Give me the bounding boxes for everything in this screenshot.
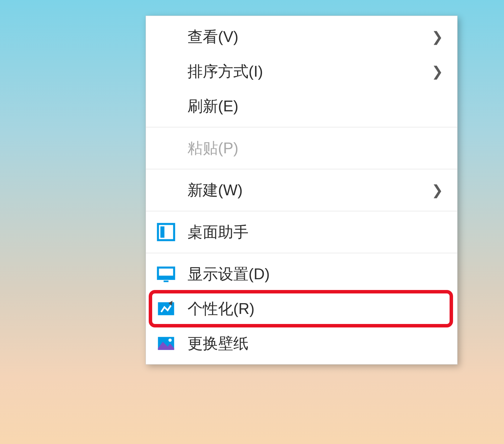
menu-item-desktop-assistant[interactable]: 桌面助手	[146, 215, 457, 249]
menu-label: 粘贴(P)	[188, 138, 443, 159]
menu-label: 桌面助手	[188, 222, 443, 242]
menu-item-view[interactable]: 查看(V) ❯	[146, 19, 457, 54]
svg-point-7	[168, 339, 172, 342]
menu-item-refresh[interactable]: 刷新(E)	[146, 89, 457, 123]
menu-label: 排序方式(I)	[188, 61, 432, 82]
svg-rect-0	[158, 224, 174, 240]
menu-label: 显示设置(D)	[188, 264, 443, 284]
menu-item-new[interactable]: 新建(W) ❯	[146, 173, 457, 207]
chevron-right-icon: ❯	[432, 182, 443, 198]
menu-item-display-settings[interactable]: 显示设置(D)	[146, 257, 457, 291]
menu-label: 刷新(E)	[188, 96, 443, 117]
chevron-right-icon: ❯	[432, 29, 443, 45]
menu-separator	[146, 169, 457, 169]
menu-label: 更换壁纸	[188, 333, 443, 354]
menu-label: 个性化(R)	[188, 299, 443, 319]
menu-separator	[146, 127, 457, 127]
menu-item-paste: 粘贴(P)	[146, 131, 457, 165]
menu-item-change-wallpaper[interactable]: 更换壁纸	[146, 326, 457, 361]
svg-rect-4	[164, 281, 168, 282]
desktop-context-menu: 查看(V) ❯ 排序方式(I) ❯ 刷新(E) 粘贴(P) 新建(W) ❯ 桌面…	[146, 16, 458, 365]
menu-item-sort[interactable]: 排序方式(I) ❯	[146, 54, 457, 89]
svg-rect-1	[160, 227, 165, 238]
personalize-icon	[156, 299, 188, 318]
menu-separator	[146, 211, 457, 211]
menu-label: 新建(W)	[188, 180, 432, 200]
panel-icon	[156, 222, 188, 242]
chevron-right-icon: ❯	[432, 63, 443, 79]
menu-item-personalize[interactable]: 个性化(R)	[146, 291, 457, 326]
wallpaper-icon	[156, 334, 188, 353]
svg-rect-3	[158, 276, 174, 279]
menu-label: 查看(V)	[188, 27, 432, 47]
menu-separator	[146, 253, 457, 253]
display-icon	[156, 264, 188, 284]
